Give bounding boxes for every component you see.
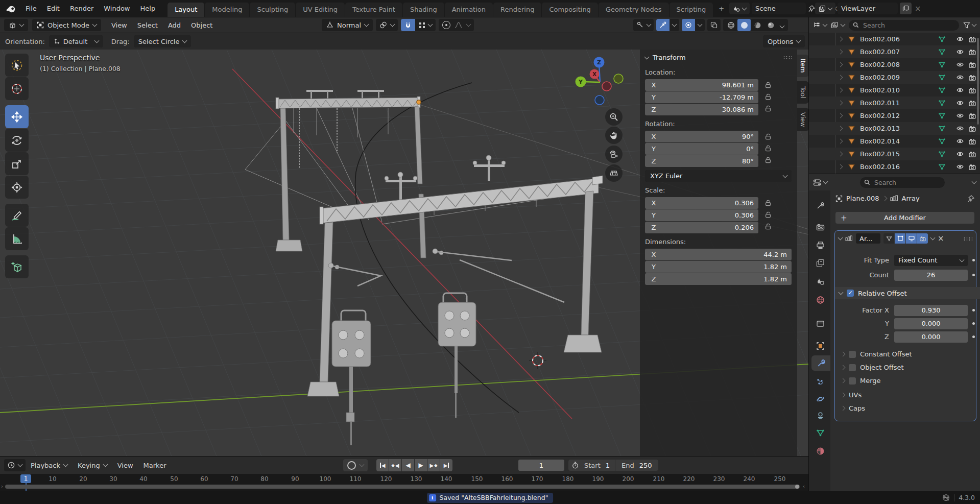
tool-annotate[interactable] bbox=[5, 204, 29, 227]
show-gizmo-toggle[interactable] bbox=[656, 19, 670, 31]
scrollbar-left-arrow[interactable]: › bbox=[1, 484, 3, 489]
add-modifier-button[interactable]: + Add Modifier bbox=[835, 212, 974, 224]
render-visibility-icon[interactable] bbox=[969, 36, 976, 42]
outliner-row[interactable]: Box002.013 bbox=[809, 122, 980, 135]
modifier-extras-dropdown[interactable] bbox=[930, 235, 936, 241]
tool-select-circle[interactable] bbox=[5, 54, 29, 77]
factor-y-field[interactable]: 0.000 bbox=[894, 318, 968, 329]
constant-offset-checkbox[interactable] bbox=[849, 351, 856, 358]
outliner-scrollbar[interactable] bbox=[977, 38, 979, 125]
timeline-ruler[interactable]: 1 10203040506070809010011012013014015016… bbox=[0, 474, 808, 484]
expand-icon[interactable] bbox=[838, 37, 843, 42]
workspace-tab-shading[interactable]: Shading bbox=[403, 3, 444, 17]
viewport-menu-view[interactable]: View bbox=[106, 21, 132, 29]
rotation-x-field[interactable]: X90° bbox=[645, 131, 758, 142]
tab-material[interactable] bbox=[810, 443, 830, 459]
timeline-scrollbar[interactable] bbox=[5, 485, 800, 489]
gizmo-y-neg-axis[interactable] bbox=[614, 74, 623, 83]
modifier-on-cage-toggle[interactable] bbox=[883, 233, 894, 244]
start-frame-field[interactable]: Start1 bbox=[582, 460, 615, 471]
render-visibility-icon[interactable] bbox=[969, 164, 976, 170]
npanel-tab-view[interactable]: View bbox=[797, 108, 808, 131]
expand-icon[interactable] bbox=[838, 113, 843, 118]
section-constant-offset[interactable]: Constant Offset bbox=[841, 350, 912, 358]
hide-eye-icon[interactable] bbox=[957, 164, 964, 170]
count-field[interactable]: 26 bbox=[894, 270, 968, 281]
animate-decorator[interactable] bbox=[972, 309, 975, 311]
hide-eye-icon[interactable] bbox=[957, 36, 964, 42]
outliner-row[interactable]: Box002.007 bbox=[809, 45, 980, 58]
scene-name-field[interactable]: Scene bbox=[752, 3, 806, 14]
tool-measure[interactable] bbox=[5, 227, 29, 250]
menu-edit[interactable]: Edit bbox=[42, 5, 65, 12]
gizmo-x-neg-axis[interactable] bbox=[602, 82, 611, 91]
tab-render[interactable] bbox=[810, 220, 830, 235]
outliner-search[interactable] bbox=[849, 20, 959, 31]
previous-keyframe-button[interactable]: ◆◀ bbox=[389, 459, 401, 471]
menu-file[interactable]: File bbox=[20, 5, 42, 12]
animate-decorator[interactable] bbox=[972, 259, 975, 261]
scene-type-dropdown[interactable] bbox=[729, 3, 750, 14]
editor-type-dropdown[interactable] bbox=[4, 19, 28, 31]
render-visibility-icon[interactable] bbox=[969, 87, 976, 93]
workspace-tab-compositing[interactable]: Compositing bbox=[542, 3, 598, 17]
shading-wireframe-button[interactable] bbox=[724, 19, 737, 31]
viewport-menu-select[interactable]: Select bbox=[132, 21, 163, 29]
factor-x-field[interactable]: 0.930 bbox=[894, 305, 968, 316]
hide-eye-icon[interactable] bbox=[957, 49, 964, 55]
gizmo-dropdown[interactable] bbox=[670, 24, 679, 26]
shading-solid-button[interactable] bbox=[737, 19, 751, 31]
lock-rotation-z-icon[interactable] bbox=[764, 157, 772, 163]
properties-editor-type-dropdown[interactable] bbox=[813, 179, 827, 186]
merge-checkbox[interactable] bbox=[849, 377, 856, 385]
lock-rotation-y-icon[interactable] bbox=[764, 145, 772, 152]
tool-add-cube[interactable] bbox=[5, 255, 29, 278]
play-reverse-button[interactable]: ◀ bbox=[402, 459, 414, 471]
expand-icon[interactable] bbox=[838, 62, 843, 67]
lock-scale-y-icon[interactable] bbox=[764, 211, 772, 218]
tab-view-layer[interactable] bbox=[810, 255, 830, 271]
hide-eye-icon[interactable] bbox=[957, 151, 964, 157]
lock-location-x-icon[interactable] bbox=[764, 82, 772, 88]
outliner-row[interactable]: Box002.014 bbox=[809, 135, 980, 148]
options-dropdown[interactable]: Options bbox=[763, 35, 805, 47]
pan-button[interactable] bbox=[605, 127, 623, 144]
outliner-filter-dropdown[interactable] bbox=[963, 22, 976, 29]
factor-z-field[interactable]: 0.000 bbox=[894, 331, 968, 343]
expand-icon[interactable] bbox=[838, 164, 843, 170]
panel-collapse-icon[interactable] bbox=[644, 54, 650, 59]
modifier-drag-handle[interactable] bbox=[963, 237, 972, 241]
fit-type-dropdown[interactable]: Fixed Count bbox=[894, 255, 968, 266]
scrollbar-right-arrow[interactable]: ‹ bbox=[803, 484, 805, 489]
lock-location-z-icon[interactable] bbox=[764, 105, 772, 112]
modifier-render-toggle[interactable] bbox=[917, 233, 928, 244]
tab-constraints[interactable] bbox=[810, 408, 830, 423]
breadcrumb-modifier-name[interactable]: Array bbox=[902, 195, 920, 202]
render-visibility-icon[interactable] bbox=[969, 49, 976, 55]
zoom-button[interactable] bbox=[605, 108, 623, 126]
lock-location-y-icon[interactable] bbox=[764, 93, 772, 100]
modifier-name-field[interactable]: Ar... bbox=[856, 233, 880, 244]
timeline-menu-keying[interactable]: Keying bbox=[73, 462, 112, 469]
tab-physics[interactable] bbox=[810, 391, 830, 406]
workspace-tab-rendering[interactable]: Rendering bbox=[493, 3, 541, 17]
hide-eye-icon[interactable] bbox=[957, 126, 964, 131]
shading-material-button[interactable] bbox=[751, 19, 764, 31]
hide-eye-icon[interactable] bbox=[957, 138, 964, 144]
rotation-z-field[interactable]: Z80° bbox=[645, 155, 758, 167]
render-visibility-icon[interactable] bbox=[969, 138, 976, 145]
use-preview-range-toggle[interactable] bbox=[568, 462, 582, 469]
lock-scale-z-icon[interactable] bbox=[764, 223, 772, 230]
workspace-tab-scripting[interactable]: Scripting bbox=[670, 3, 713, 17]
pivot-point-dropdown[interactable] bbox=[376, 19, 398, 31]
keying-set-dropdown[interactable] bbox=[360, 462, 365, 467]
snap-settings-dropdown[interactable] bbox=[415, 22, 436, 29]
shading-rendered-button[interactable] bbox=[764, 19, 777, 31]
hide-eye-icon[interactable] bbox=[957, 87, 964, 93]
dimensions-x-field[interactable]: X44.2 m bbox=[645, 249, 792, 260]
expand-icon[interactable] bbox=[838, 75, 843, 80]
modifier-realtime-toggle[interactable] bbox=[906, 233, 917, 244]
outliner-row[interactable]: Box002.011 bbox=[809, 97, 980, 109]
auto-keying-toggle[interactable] bbox=[347, 461, 356, 470]
viewport-menu-add[interactable]: Add bbox=[163, 21, 186, 29]
